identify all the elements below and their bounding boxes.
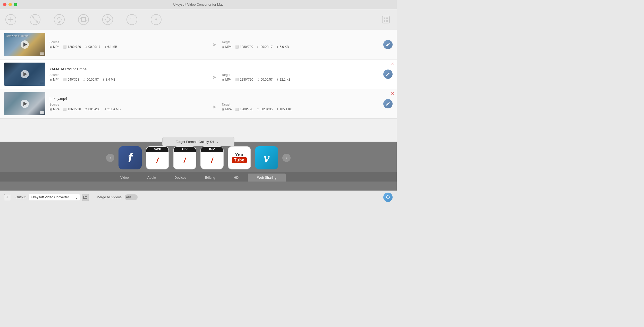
window-controls — [3, 3, 17, 6]
target-label-1: Target — [222, 40, 379, 44]
merge-toggle[interactable]: OFF — [125, 194, 138, 200]
thumb-menu-3 — [40, 111, 44, 114]
thumb-menu-2 — [40, 82, 44, 84]
svg-point-14 — [103, 14, 113, 25]
arrow-3: ➤ — [212, 104, 217, 110]
source-meta-1: ▣ MP4 ⬜ 1280*720 ⏱ 00:00:17 — [49, 45, 207, 49]
bottom-section: Target Format: Galaxy S4 ⌄ ‹ f SWF / — [0, 142, 397, 203]
output-select[interactable]: Ukeysoft Video Converter — [29, 194, 80, 200]
tab-video[interactable]: Video — [111, 174, 138, 182]
tab-devices[interactable]: Devices — [165, 174, 196, 182]
format-prev-button[interactable]: ‹ — [106, 154, 114, 162]
edit-button-2[interactable] — [383, 70, 393, 79]
format-icon-facebook[interactable]: f — [118, 146, 142, 169]
format-dropdown-arrow: ⌄ — [216, 140, 219, 144]
rotate-toolbar-button[interactable] — [54, 14, 65, 25]
target-block-3: Target ▣ MP4 ⬜ 1280*720 — [222, 103, 379, 111]
target-block-1: Target ▣ MP4 ⬜ 1280*720 — [222, 40, 379, 49]
crop-toolbar-button[interactable] — [78, 14, 89, 25]
svg-rect-26 — [386, 18, 388, 19]
target-resolution-1: ⬜ 1280*720 — [235, 45, 253, 49]
source-duration-1: ⏱ 00:00:17 — [84, 45, 100, 49]
source-target-row-1: Source ▣ MP4 ⬜ 1280*720 — [49, 40, 379, 49]
video-item-1: Turkey, hot air balloon Source — [0, 30, 397, 59]
trim-toolbar-button[interactable] — [29, 14, 41, 25]
play-button-3[interactable] — [21, 100, 29, 108]
toolbar-icons: T A — [5, 14, 162, 25]
source-size-1: ⬇ 6.1 MB — [104, 45, 117, 49]
maximize-window-button[interactable] — [14, 3, 17, 6]
effect-toolbar-button[interactable] — [102, 14, 113, 25]
app-title: Ukeysoft Video Converter for Mac — [173, 3, 224, 6]
video-item-2: ✕ YAMAHA Racing1.mp4 — [0, 59, 397, 89]
format-icon-1: ▣ — [49, 45, 52, 49]
source-block-2: Source ▣ MP4 ⬜ 640*368 — [49, 73, 207, 81]
source-resolution-1: ⬜ 1280*720 — [63, 45, 81, 49]
video-info-3: turkey.mp4 Source ▣ MP4 ⬜ — [49, 97, 379, 111]
text-toolbar-button[interactable]: T — [126, 14, 138, 25]
arrow-2: ➤ — [212, 74, 217, 80]
source-label-1: Source — [49, 40, 207, 44]
size-icon-1: ⬇ — [104, 45, 106, 49]
format-selector-label: Target Format: Galaxy S4 — [176, 140, 214, 144]
source-format-2: ▣ MP4 — [49, 78, 60, 81]
svg-point-10 — [78, 14, 89, 25]
svg-rect-24 — [382, 16, 389, 23]
video-thumbnail-3[interactable] — [4, 92, 45, 115]
format-icon-swf[interactable]: SWF / — [146, 146, 169, 169]
thumb-label-1: Turkey, hot air balloon — [6, 35, 28, 37]
video-item-3: ✕ turkey.mp4 Source — [0, 89, 397, 119]
toggle-state-label: OFF — [126, 196, 131, 199]
format-icon-flv[interactable]: FLV / — [173, 146, 196, 169]
add-toolbar-button[interactable] — [5, 14, 16, 25]
tab-bar: Video Audio Devices Editing HD Web Shari… — [0, 172, 397, 182]
thumb-menu-1 — [40, 52, 44, 55]
settings-toolbar-button[interactable] — [380, 14, 392, 25]
video-thumbnail-2[interactable] — [4, 63, 45, 86]
watermark-toolbar-button[interactable]: A — [150, 14, 162, 25]
toolbar: T A — [0, 9, 397, 30]
svg-rect-11 — [81, 18, 86, 22]
add-file-button[interactable]: + — [4, 194, 10, 200]
dur-icon-1: ⏱ — [84, 45, 87, 48]
edit-button-1[interactable] — [383, 40, 393, 49]
tab-hd[interactable]: HD — [224, 174, 248, 182]
video-info-2: YAMAHA Racing1.mp4 Source ▣ MP4 ⬜ — [49, 67, 379, 81]
video-thumbnail-1[interactable]: Turkey, hot air balloon — [4, 33, 45, 56]
close-button-3[interactable]: ✕ — [391, 92, 394, 96]
source-meta-2: ▣ MP4 ⬜ 640*368 ⏱ 00:00:57 — [49, 78, 207, 81]
close-button-2[interactable]: ✕ — [391, 62, 394, 66]
tab-editing[interactable]: Editing — [196, 174, 225, 182]
format-icon-f4v[interactable]: F4V / — [200, 146, 224, 169]
target-meta-3: ▣ MP4 ⬜ 1280*720 ⏱ 00:04:35 — [222, 107, 379, 111]
target-size-1: ⬇ 6.6 KB — [276, 45, 289, 49]
minimize-window-button[interactable] — [9, 3, 12, 6]
target-meta-1: ▣ MP4 ⬜ 1280*720 ⏱ 00:00:17 — [222, 45, 379, 49]
title-bar: Ukeysoft Video Converter for Mac — [0, 0, 397, 9]
tab-websharing[interactable]: Web Sharing — [248, 174, 286, 182]
convert-button[interactable] — [383, 193, 393, 202]
edit-button-3[interactable] — [383, 99, 393, 108]
target-meta-2: ▣ MP4 ⬜ 1280*720 ⏱ 00:00:57 — [222, 78, 379, 81]
res-icon-1: ⬜ — [63, 45, 67, 49]
output-label: Output: — [15, 195, 27, 199]
folder-button[interactable] — [82, 194, 89, 201]
close-window-button[interactable] — [3, 3, 6, 6]
source-meta-3: ▣ MP4 ⬜ 1360*720 ⏱ 00:04:35 — [49, 107, 207, 111]
svg-rect-25 — [384, 18, 385, 19]
svg-point-15 — [106, 18, 110, 22]
source-block-3: Source ▣ MP4 ⬜ 1360*720 — [49, 103, 207, 111]
target-label-3: Target — [222, 103, 379, 106]
format-icon-vimeo[interactable]: v — [255, 146, 278, 169]
format-icon-youtube[interactable]: You Tube — [228, 146, 251, 169]
play-button-2[interactable] — [21, 70, 29, 78]
video-name-3: turkey.mp4 — [49, 97, 379, 101]
format-selector-bar[interactable]: Target Format: Galaxy S4 ⌄ — [162, 137, 234, 146]
source-format-1: ▣ MP4 — [49, 45, 60, 49]
format-next-button[interactable]: › — [282, 154, 291, 162]
video-name-2: YAMAHA Racing1.mp4 — [49, 67, 379, 71]
play-button-1[interactable] — [21, 40, 29, 49]
source-duration-2: ⏱ 00:00:57 — [83, 78, 99, 81]
bottom-bar: + Output: Ukeysoft Video Converter Merge… — [0, 191, 397, 203]
tab-audio[interactable]: Audio — [138, 174, 165, 182]
